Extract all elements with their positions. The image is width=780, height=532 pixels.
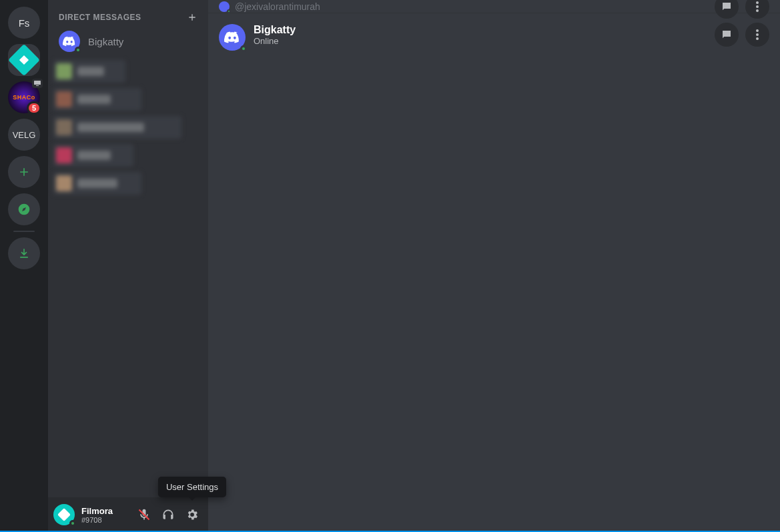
dm-header: DIRECT MESSAGES (48, 0, 208, 25)
status-online-icon (75, 47, 81, 53)
profile-actions (715, 23, 769, 47)
unread-badge: 5 (27, 101, 41, 115)
create-dm-button[interactable] (187, 12, 198, 23)
profile-text: Bigkatty Online (246, 24, 296, 46)
profile-status: Online (254, 36, 296, 46)
more-icon (756, 1, 759, 12)
self-tag: #9708 (81, 516, 131, 524)
mute-button[interactable] (133, 504, 155, 525)
avatar[interactable] (219, 24, 246, 51)
self-avatar[interactable] (53, 504, 75, 525)
gear-icon (185, 508, 199, 521)
self-info[interactable]: Filmora #9708 (77, 506, 131, 524)
dm-item-redacted[interactable] (53, 116, 181, 139)
channel-sidebar: DIRECT MESSAGES Bigkatty Filmora (48, 0, 208, 532)
svg-rect-0 (34, 81, 41, 85)
user-panel: Filmora #9708 User Settings (48, 497, 208, 532)
dm-header-label: DIRECT MESSAGES (59, 13, 141, 22)
discord-icon (224, 31, 240, 43)
top-handle: @jexivalorantimurah (235, 1, 320, 12)
more-icon (756, 29, 759, 40)
svg-point-5 (756, 9, 759, 12)
dm-name: Bigkatty (88, 36, 123, 47)
svg-point-8 (756, 37, 759, 40)
more-button[interactable] (745, 23, 769, 47)
home-initials: Fs (19, 17, 30, 29)
svg-point-3 (756, 1, 759, 4)
mic-muted-icon (137, 508, 151, 521)
top-previous-row: @jexivalorantimurah (208, 0, 780, 13)
server-shaco[interactable]: SHACo 5 (8, 81, 40, 113)
discord-icon (63, 36, 76, 47)
screen-icon (32, 79, 43, 88)
self-name: Filmora (81, 506, 131, 516)
message-icon (721, 1, 733, 13)
plus-icon (187, 12, 198, 23)
plus-icon (17, 165, 31, 179)
compass-icon (17, 203, 31, 216)
avatar (59, 31, 80, 52)
settings-button[interactable]: User Settings (181, 504, 203, 525)
dm-list: Bigkatty (48, 25, 208, 57)
shaco-label: SHACo (13, 94, 35, 101)
download-button[interactable] (8, 237, 40, 269)
server-separator (13, 231, 35, 232)
server-velg[interactable]: VELG (8, 119, 40, 151)
profile-name: Bigkatty (254, 24, 296, 36)
svg-rect-1 (36, 85, 39, 86)
filmora-icon (8, 44, 40, 76)
explore-button[interactable] (8, 193, 40, 225)
dm-item[interactable]: Bigkatty (53, 27, 203, 56)
dm-item-redacted[interactable] (53, 172, 141, 195)
svg-point-6 (756, 29, 759, 32)
profile-header: Bigkatty Online (208, 13, 780, 51)
message-button[interactable] (715, 23, 739, 47)
avatar (219, 1, 230, 12)
deafen-button[interactable] (157, 504, 179, 525)
dm-item-redacted[interactable] (53, 144, 133, 167)
main-content: @jexivalorantimurah Bigkatty Online (208, 0, 780, 532)
svg-point-7 (756, 33, 759, 36)
headphones-icon (161, 508, 175, 521)
velg-label: VELG (13, 130, 36, 140)
filmora-icon (57, 508, 71, 521)
dm-item-redacted[interactable] (53, 60, 125, 83)
status-online-icon (240, 45, 247, 52)
download-icon (17, 247, 31, 260)
svg-point-4 (756, 5, 759, 8)
status-online-icon (69, 520, 76, 527)
server-filmora[interactable] (8, 44, 40, 76)
server-list: Fs SHACo 5 VELG (0, 0, 48, 532)
dm-item-redacted[interactable] (53, 88, 141, 111)
message-icon (721, 29, 733, 41)
add-server-button[interactable] (8, 156, 40, 188)
home-server[interactable]: Fs (8, 7, 40, 39)
